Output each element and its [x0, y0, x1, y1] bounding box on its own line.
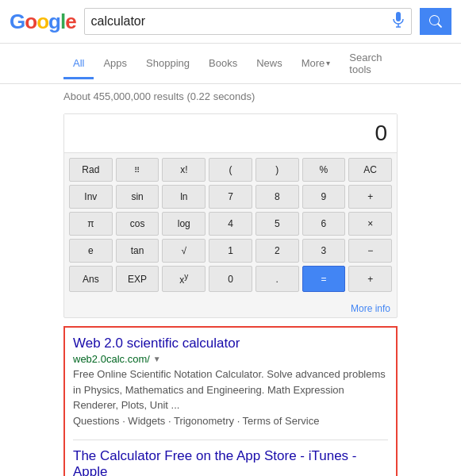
tab-books[interactable]: Books — [199, 49, 247, 79]
calc-btn-inv[interactable]: Inv — [69, 185, 113, 209]
result-url-1: web2.0calc.com/ ▼ — [73, 353, 388, 365]
google-logo: Google — [10, 10, 76, 34]
calc-btn-4[interactable]: 4 — [209, 212, 252, 236]
chevron-down-icon: ▾ — [326, 59, 330, 67]
calc-btn-ans[interactable]: Ans — [69, 266, 113, 292]
calc-btn-cos[interactable]: cos — [116, 212, 159, 236]
result-item-2: The Calculator Free on the App Store - i… — [73, 448, 388, 477]
result-divider — [73, 440, 388, 440]
calc-btn-power[interactable]: xy — [162, 266, 206, 292]
calc-btn-9[interactable]: 9 — [302, 185, 346, 209]
tab-more[interactable]: More ▾ — [292, 49, 340, 79]
result-desc-1: Free Online Scientific Notation Calculat… — [73, 367, 388, 413]
result-links-1: Questions · Widgets · Trigonometry · Ter… — [73, 415, 388, 427]
search-bar — [84, 8, 412, 35]
calc-btn-ln[interactable]: ln — [162, 185, 206, 209]
svg-rect-0 — [396, 12, 401, 21]
search-input[interactable] — [91, 14, 387, 29]
calc-btn-1[interactable]: 1 — [209, 239, 252, 263]
calc-btn-pi[interactable]: π — [69, 212, 113, 236]
calc-btn-plus[interactable]: + — [348, 185, 392, 209]
calc-btn-equals[interactable]: = — [302, 266, 346, 292]
calc-row-1: Inv sin ln 7 8 9 + — [69, 185, 392, 209]
calc-btn-5[interactable]: 5 — [255, 212, 299, 236]
calc-display: 0 — [64, 114, 397, 153]
calc-btn-plus-2[interactable]: + — [348, 266, 392, 292]
nav-tabs: All Apps Shopping Books News More ▾ Sear… — [0, 44, 461, 84]
calc-row-2: π cos log 4 5 6 × — [69, 212, 392, 236]
result-link-2[interactable]: The Calculator Free on the App Store - i… — [73, 448, 357, 477]
result-url-dropdown-1[interactable]: ▼ — [153, 355, 161, 363]
result-link-1[interactable]: Web 2.0 scientific calculator — [73, 336, 240, 351]
calc-btn-multiply[interactable]: × — [348, 212, 392, 236]
calc-btn-e[interactable]: e — [69, 239, 113, 263]
calc-more-info[interactable]: More info — [64, 300, 397, 317]
header: Google — [0, 0, 461, 44]
calc-btn-minus[interactable]: − — [348, 239, 392, 263]
result-title-2: The Calculator Free on the App Store - i… — [73, 448, 388, 477]
calc-btn-factorial[interactable]: x! — [162, 158, 206, 182]
microphone-icon[interactable] — [392, 12, 405, 31]
tab-shopping[interactable]: Shopping — [136, 49, 199, 79]
result-title-1: Web 2.0 scientific calculator — [73, 336, 388, 351]
calc-btn-rad[interactable]: Rad — [69, 158, 113, 182]
calc-btn-sqrt[interactable]: √ — [162, 239, 206, 263]
search-button[interactable] — [420, 8, 451, 35]
calc-btn-6[interactable]: 6 — [302, 212, 346, 236]
calculator-widget: 0 Rad ⠿ x! ( ) % AC Inv sin ln 7 8 9 + π… — [63, 113, 398, 318]
calc-btn-2[interactable]: 2 — [255, 239, 299, 263]
calc-btn-0[interactable]: 0 — [209, 266, 252, 292]
calc-btn-sin[interactable]: sin — [116, 185, 159, 209]
calc-btn-log[interactable]: log — [162, 212, 206, 236]
calc-btn-8[interactable]: 8 — [255, 185, 299, 209]
calc-btn-tan[interactable]: tan — [116, 239, 159, 263]
result-url-text-1: web2.0calc.com/ — [73, 353, 150, 365]
tab-search-tools[interactable]: Search tools — [340, 44, 398, 83]
calc-btn-3[interactable]: 3 — [302, 239, 346, 263]
tab-news[interactable]: News — [247, 49, 292, 79]
calc-btn-7[interactable]: 7 — [209, 185, 252, 209]
calc-btn-open-paren[interactable]: ( — [209, 158, 252, 182]
calc-row-4: Ans EXP xy 0 . = + — [69, 266, 392, 292]
calc-row-0: Rad ⠿ x! ( ) % AC — [69, 158, 392, 182]
calc-btn-exp[interactable]: EXP — [116, 266, 159, 292]
calc-btn-percent[interactable]: % — [302, 158, 346, 182]
tab-apps[interactable]: Apps — [94, 49, 136, 79]
calc-buttons: Rad ⠿ x! ( ) % AC Inv sin ln 7 8 9 + π c… — [64, 153, 397, 300]
calc-btn-grid[interactable]: ⠿ — [116, 158, 159, 182]
result-item-1: Web 2.0 scientific calculator web2.0calc… — [73, 336, 388, 427]
search-results-container: Web 2.0 scientific calculator web2.0calc… — [63, 326, 398, 476]
calc-btn-dot[interactable]: . — [255, 266, 299, 292]
tab-all[interactable]: All — [63, 49, 94, 79]
calc-btn-ac[interactable]: AC — [348, 158, 392, 182]
results-count: About 455,000,000 results (0.22 seconds) — [0, 84, 461, 106]
calc-btn-close-paren[interactable]: ) — [255, 158, 299, 182]
calc-row-3: e tan √ 1 2 3 − — [69, 239, 392, 263]
